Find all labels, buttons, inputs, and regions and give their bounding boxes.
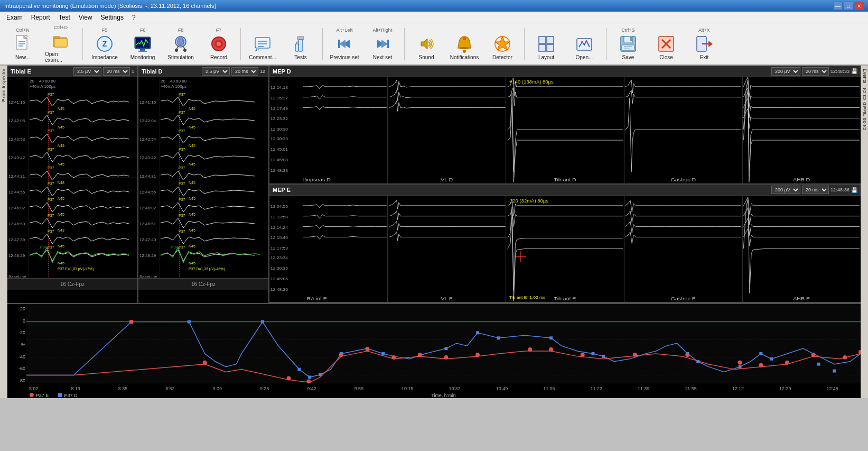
svg-text:8:35: 8:35 bbox=[118, 386, 127, 391]
svg-rect-201 bbox=[592, 352, 595, 355]
menu-help[interactable]: ? bbox=[128, 13, 140, 22]
mep-e-title: MEP E bbox=[273, 187, 291, 193]
mep-d-time[interactable]: 20 ms bbox=[802, 67, 829, 76]
open-exam-button[interactable]: Ctrl+O Open exam... bbox=[42, 25, 79, 63]
svg-text:P37: P37 bbox=[179, 166, 185, 170]
svg-rect-7 bbox=[54, 39, 67, 47]
svg-text:8:19: 8:19 bbox=[71, 386, 80, 391]
svg-text:AHB D: AHB D bbox=[793, 177, 810, 182]
svg-text:N45: N45 bbox=[58, 197, 64, 200]
detector-button[interactable]: Detector bbox=[484, 25, 521, 63]
svg-text:+40mA 100µs: +40mA 100µs bbox=[161, 84, 186, 89]
svg-rect-192 bbox=[308, 375, 311, 379]
svg-rect-202 bbox=[602, 355, 605, 358]
record-icon bbox=[208, 34, 229, 53]
tibial-e-time[interactable]: 20 ms bbox=[103, 67, 130, 76]
tibial-d-amplitude[interactable]: 2.5 µV bbox=[202, 67, 230, 76]
svg-text:Tib ant E: Tib ant E bbox=[554, 295, 576, 301]
svg-point-227 bbox=[785, 361, 789, 365]
svg-text:P37: P37 bbox=[40, 245, 47, 249]
record-button[interactable]: F7 Record bbox=[200, 25, 237, 63]
svg-rect-30 bbox=[295, 44, 298, 51]
exam-inspector-label: Exam Inspector bbox=[0, 66, 7, 105]
svg-rect-28 bbox=[297, 36, 304, 40]
svg-text:+40mA 100µs: +40mA 100µs bbox=[30, 84, 55, 89]
mep-e-save-icon[interactable]: 💾 bbox=[851, 187, 857, 193]
tests-button[interactable]: Tests bbox=[282, 25, 319, 63]
svg-text:P37: P37 bbox=[48, 214, 54, 217]
svg-point-250 bbox=[30, 393, 34, 397]
svg-text:12:45:05: 12:45:05 bbox=[270, 277, 288, 281]
menu-report[interactable]: Report bbox=[27, 13, 54, 22]
prev-icon bbox=[334, 34, 355, 53]
svg-text:11:05: 11:05 bbox=[543, 386, 555, 391]
trend-chart-area: 8:02 8:19 8:35 8:52 9:09 9:25 9:42 9:59 … bbox=[26, 304, 861, 398]
svg-text:12:04:55: 12:04:55 bbox=[270, 204, 288, 209]
svg-rect-13 bbox=[138, 51, 147, 52]
layout-button[interactable]: Layout bbox=[528, 25, 565, 63]
sound-button[interactable]: Sound bbox=[408, 25, 445, 63]
svg-point-41 bbox=[463, 37, 466, 40]
svg-text:P37: P37 bbox=[179, 148, 185, 151]
svg-point-220 bbox=[528, 347, 532, 352]
exit-button[interactable]: Alt+X Exit bbox=[686, 25, 723, 63]
c4g3-label: C4-G3 bbox=[861, 117, 868, 132]
mep-e-amplitude[interactable]: 200 µV bbox=[771, 186, 800, 194]
impedance-button[interactable]: F5 Z Impedance bbox=[86, 25, 123, 63]
svg-text:12:42:54: 12:42:54 bbox=[139, 137, 156, 142]
svg-text:BaseLine: BaseLine bbox=[8, 274, 26, 278]
stimulation-button[interactable]: F8 Stimulation bbox=[162, 25, 199, 63]
main-area: Exam Inspector Tibial E 2.5 µV 20 ms 1 bbox=[0, 66, 868, 398]
open-button[interactable]: Open... bbox=[566, 25, 603, 63]
svg-text:9:25: 9:25 bbox=[260, 386, 269, 391]
svg-text:12:46:02: 12:46:02 bbox=[8, 206, 25, 210]
svg-point-216 bbox=[391, 355, 396, 360]
tibial-d-time[interactable]: 20 ms bbox=[231, 67, 258, 76]
menu-settings[interactable]: Settings bbox=[97, 13, 128, 22]
menu-exam[interactable]: Exam bbox=[2, 13, 27, 22]
svg-rect-182 bbox=[26, 304, 861, 383]
tibial-e-amplitude[interactable]: 2.5 µV bbox=[73, 67, 101, 76]
next-icon bbox=[372, 34, 393, 53]
svg-text:12:44:31: 12:44:31 bbox=[8, 174, 25, 179]
trend-y-axis: 20 0 -20 % -40 -60 -80 bbox=[7, 304, 26, 398]
svg-text:12:12:58: 12:12:58 bbox=[270, 214, 288, 219]
notifications-button[interactable]: Notifications bbox=[446, 25, 483, 63]
mep-e-header: MEP E 200 µV 20 ms 12:48:36 💾 bbox=[269, 185, 861, 196]
svg-rect-29 bbox=[298, 40, 303, 51]
close-button[interactable]: Close bbox=[648, 25, 685, 63]
svg-rect-191 bbox=[297, 368, 301, 371]
svg-rect-46 bbox=[539, 44, 546, 51]
maximize-button[interactable]: □ bbox=[844, 2, 853, 10]
monitor-icon bbox=[132, 34, 153, 53]
new-button[interactable]: Ctrl+N New... bbox=[4, 25, 41, 63]
svg-text:12:44:55: 12:44:55 bbox=[139, 190, 156, 195]
minimize-button[interactable]: — bbox=[833, 2, 843, 10]
svg-point-223 bbox=[633, 353, 637, 357]
comment-button[interactable]: Comment... bbox=[244, 25, 281, 63]
open2-icon bbox=[574, 34, 595, 53]
mep-d-amplitude[interactable]: 200 µV bbox=[771, 67, 800, 76]
prev-set-button[interactable]: Alt+Left Previous set bbox=[326, 25, 363, 63]
svg-point-226 bbox=[759, 363, 763, 367]
menu-view[interactable]: View bbox=[74, 13, 97, 22]
save-button[interactable]: Ctrl+S Save bbox=[610, 25, 647, 63]
menu-test[interactable]: Test bbox=[54, 13, 74, 22]
monitoring-button[interactable]: F6 Monitoring bbox=[124, 25, 161, 63]
svg-text:N45: N45 bbox=[189, 213, 195, 216]
mep-e-time[interactable]: 20 ms bbox=[802, 186, 829, 194]
window-close-button[interactable]: ✕ bbox=[854, 2, 864, 10]
svg-text:N45: N45 bbox=[58, 261, 64, 265]
mep-d-save-icon[interactable]: 💾 bbox=[851, 68, 857, 74]
svg-rect-31 bbox=[296, 42, 298, 44]
toolbar: Ctrl+N New... Ctrl+O Open exam... F5 bbox=[0, 23, 868, 66]
tibial-d-channel: 12 bbox=[260, 69, 265, 74]
svg-text:P37: P37 bbox=[48, 182, 54, 186]
svg-text:N45: N45 bbox=[189, 144, 195, 148]
next-set-button[interactable]: Alt+Right Next set bbox=[364, 25, 401, 63]
svg-text:12:47:39: 12:47:39 bbox=[8, 237, 25, 242]
close2-icon bbox=[656, 34, 677, 53]
svg-point-225 bbox=[738, 361, 742, 365]
svg-text:12:46:51: 12:46:51 bbox=[139, 222, 156, 226]
svg-rect-196 bbox=[381, 352, 385, 355]
